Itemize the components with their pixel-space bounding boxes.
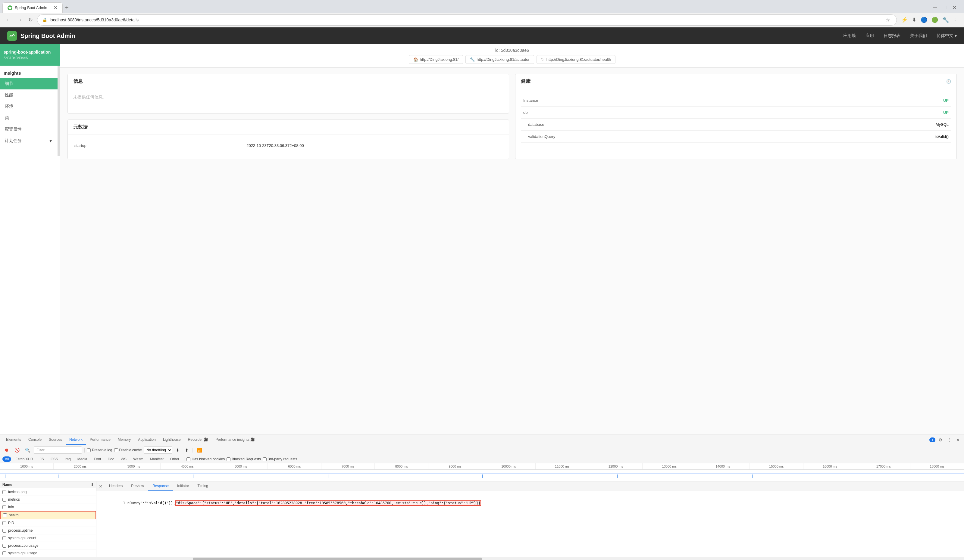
filter-tag-all[interactable]: All	[2, 456, 11, 462]
filter-input[interactable]	[34, 446, 82, 454]
browser-tab[interactable]: Spring Boot Admin ✕	[2, 2, 63, 13]
network-item-checkbox[interactable]	[3, 513, 7, 517]
list-item[interactable]: system.cpu.count	[0, 534, 96, 542]
filter-tag-media[interactable]: Media	[75, 456, 90, 462]
forward-button[interactable]: →	[15, 16, 24, 24]
detail-tab-headers[interactable]: Headers	[105, 481, 127, 491]
devtools-tab-application[interactable]: Application	[134, 435, 160, 445]
scrollbar-thumb[interactable]	[193, 558, 482, 560]
network-item-name: process.cpu.usage	[8, 544, 94, 548]
close-window-button[interactable]: ✕	[950, 3, 959, 12]
devtools-tab-elements[interactable]: Elements	[2, 435, 25, 445]
third-party-requests-checkbox[interactable]: 3rd-party requests	[263, 457, 297, 461]
devtools-tab-console[interactable]: Console	[25, 435, 45, 445]
filter-tag-wasm[interactable]: Wasm	[131, 456, 146, 462]
extension-icon-5[interactable]: 🔧	[941, 15, 951, 24]
export-har-button[interactable]: ⬆	[183, 447, 191, 453]
list-item[interactable]: info	[0, 503, 96, 511]
filter-tag-manifest[interactable]: Manifest	[148, 456, 166, 462]
instance-link-actuator[interactable]: 🔧 http://DingJiaxiong:81/actuator	[466, 55, 534, 64]
address-bar[interactable]: 🔒 localhost:8080/instances/5d310a3d0ae6/…	[37, 15, 897, 26]
filter-tag-js[interactable]: JS	[37, 456, 46, 462]
close-tab-button[interactable]: ✕	[54, 5, 57, 11]
sidebar-item-config[interactable]: 配置属性	[0, 124, 60, 135]
filter-tag-other[interactable]: Other	[168, 456, 182, 462]
throttle-select[interactable]: No throttling	[144, 446, 172, 454]
list-item[interactable]: system.cpu.usage	[0, 549, 96, 557]
network-item-checkbox[interactable]	[2, 521, 7, 525]
instance-link-home[interactable]: 🏠 http://DingJiaxiong:81/	[409, 55, 463, 64]
network-item-name: favicon.png	[8, 490, 94, 494]
sidebar-item-classes[interactable]: 类	[0, 112, 60, 124]
filter-tag-ws[interactable]: WS	[118, 456, 129, 462]
network-item-checkbox[interactable]	[2, 498, 7, 502]
bookmark-button[interactable]: ☆	[884, 16, 892, 23]
filter-tag-doc[interactable]: Doc	[105, 456, 116, 462]
blocked-cookies-checkbox[interactable]: Has blocked cookies	[186, 457, 225, 461]
blocked-requests-checkbox[interactable]: Blocked Requests	[226, 457, 261, 461]
nav-link-wall[interactable]: 应用墙	[843, 32, 856, 40]
list-item[interactable]: PID	[0, 519, 96, 527]
refresh-button[interactable]: ↻	[26, 15, 35, 24]
nav-link-apps[interactable]: 应用	[865, 32, 874, 40]
list-item[interactable]: favicon.png	[0, 489, 96, 496]
wifi-button[interactable]: 📶	[195, 447, 204, 453]
maximize-button[interactable]: □	[941, 3, 949, 12]
extension-icon-2[interactable]: ⬇	[910, 15, 918, 24]
list-item-health[interactable]: health	[0, 511, 96, 519]
sidebar-item-scheduled[interactable]: 计划任务 ▼	[0, 135, 57, 147]
minimize-button[interactable]: ─	[931, 3, 939, 12]
network-item-checkbox[interactable]	[2, 551, 7, 555]
clear-button[interactable]: 🚫	[13, 447, 21, 453]
extension-icon-6[interactable]: ⋮	[951, 15, 961, 24]
detail-close-button[interactable]: ✕	[99, 484, 103, 489]
detail-tab-timing[interactable]: Timing	[193, 481, 212, 491]
nav-link-about[interactable]: 关于我们	[910, 32, 927, 40]
detail-tab-initiator[interactable]: Initiator	[173, 481, 193, 491]
devtools-tab-memory[interactable]: Memory	[114, 435, 134, 445]
lang-selector[interactable]: 简体中文 ▾	[936, 32, 957, 40]
network-item-checkbox[interactable]	[2, 505, 7, 509]
detail-tab-preview[interactable]: Preview	[127, 481, 148, 491]
preserve-log-checkbox[interactable]: Preserve log	[87, 448, 112, 452]
new-tab-button[interactable]: +	[63, 4, 71, 11]
sort-icon[interactable]: ⬇	[91, 483, 94, 487]
network-item-checkbox[interactable]	[2, 536, 7, 540]
list-item[interactable]: process.uptime	[0, 527, 96, 534]
filter-tag-xhr[interactable]: Fetch/XHR	[13, 456, 36, 462]
filter-tag-font[interactable]: Font	[91, 456, 103, 462]
extension-icon-1[interactable]: ⚡	[899, 15, 909, 24]
network-item-checkbox[interactable]	[2, 490, 7, 494]
devtools-tab-recorder[interactable]: Recorder 🎥	[184, 435, 212, 445]
back-button[interactable]: ←	[3, 16, 13, 24]
health-refresh-icon[interactable]: 🕐	[946, 79, 951, 84]
sidebar-item-performance[interactable]: 性能	[0, 89, 60, 101]
horizontal-scrollbar[interactable]	[0, 557, 964, 560]
response-content: 1 nQuery":"isValid()"}},"diskSpace":{"st…	[96, 491, 964, 516]
devtools-tab-performance[interactable]: Performance	[86, 435, 114, 445]
detail-tab-response[interactable]: Response	[148, 481, 173, 491]
extension-icon-4[interactable]: 🟢	[930, 15, 940, 24]
devtools-tab-sources[interactable]: Sources	[45, 435, 66, 445]
extension-icon-3[interactable]: 🔵	[919, 15, 929, 24]
network-item-checkbox[interactable]	[2, 529, 7, 532]
sidebar-item-details[interactable]: 细节	[0, 78, 60, 89]
instance-link-health[interactable]: ♡ http://DingJiaxiong:81/actuator/health	[537, 55, 616, 64]
record-button[interactable]: ⏺	[2, 447, 11, 453]
sidebar-item-env[interactable]: 环境	[0, 101, 60, 112]
filter-tag-css[interactable]: CSS	[48, 456, 60, 462]
list-item[interactable]: metrics	[0, 496, 96, 503]
devtools-tab-lighthouse[interactable]: Lighthouse	[160, 435, 184, 445]
disable-cache-checkbox[interactable]: Disable cache	[114, 448, 142, 452]
filter-tag-img[interactable]: Img	[62, 456, 73, 462]
list-item[interactable]: process.cpu.usage	[0, 542, 96, 549]
nav-link-logs[interactable]: 日志报表	[884, 32, 900, 40]
devtools-close-button[interactable]: ✕	[954, 436, 962, 443]
devtools-tab-network[interactable]: Network	[66, 435, 86, 445]
devtools-more-button[interactable]: ⋮	[945, 436, 953, 443]
devtools-settings-button[interactable]: ⚙	[936, 436, 944, 443]
search-button[interactable]: 🔍	[23, 447, 32, 453]
network-item-checkbox[interactable]	[2, 544, 7, 548]
devtools-tab-perf-insights[interactable]: Performance insights 🎥	[212, 435, 259, 445]
import-har-button[interactable]: ⬇	[174, 447, 181, 453]
